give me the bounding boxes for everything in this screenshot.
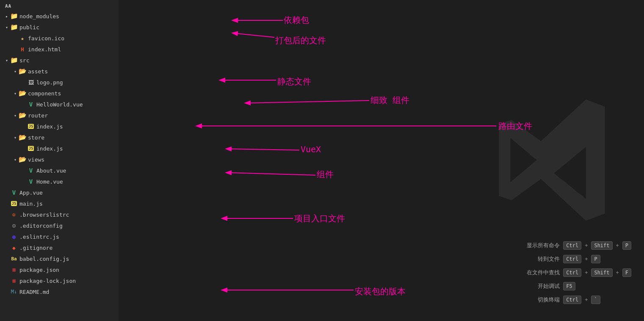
package-icon: ▦ (10, 266, 18, 274)
tree-item-index_html[interactable]: Hindex.html (0, 44, 119, 55)
shortcut-label-debug: 开始调试 (522, 282, 560, 290)
tree-item-store_index[interactable]: JSindex.js (0, 143, 119, 154)
file-name-label: HelloWorld.vue (36, 101, 83, 108)
file-name-label: .eslintrc.js (19, 234, 59, 240)
folder-icon: 📂 (19, 156, 26, 163)
shortcut-label-commands: 显示所有命令 (522, 242, 560, 249)
file-name-label: .editorconfig (19, 223, 63, 229)
tree-item-eslintrc[interactable]: ●.eslintrc.js (0, 231, 119, 242)
tree-item-helloworld[interactable]: VHelloWorld.vue (0, 99, 119, 110)
plus-5: + (616, 270, 619, 276)
folder-icon: 📁 (10, 23, 18, 31)
chevron-icon (3, 266, 10, 273)
tree-item-router[interactable]: ▾📂router (0, 110, 119, 121)
svg-line-4 (246, 100, 369, 103)
shortcut-goto-file: 转到文件 Ctrl + P (522, 255, 631, 263)
shortcut-find-in-files: 在文件中查找 Ctrl + Shift + F (522, 268, 631, 277)
file-name-label: src (19, 57, 29, 64)
tree-item-app_vue[interactable]: VApp.vue (0, 187, 119, 198)
plus-6: + (585, 297, 588, 303)
tree-item-gitignore[interactable]: ◆.gitignore (0, 242, 119, 253)
tree-item-home_vue[interactable]: VHome.vue (0, 176, 119, 187)
chevron-icon: ▾ (3, 57, 10, 64)
chevron-icon (20, 123, 27, 130)
eslint-icon: ● (10, 233, 18, 240)
ann-public: 打包后的文件 (275, 35, 326, 46)
tree-item-views[interactable]: ▾📂views (0, 154, 119, 165)
file-name-label: .gitignore (19, 245, 53, 251)
git-icon: ◆ (10, 244, 18, 251)
chevron-icon (3, 277, 10, 284)
file-name-label: public (19, 24, 39, 31)
ann-store: VueX (301, 144, 321, 154)
tree-item-assets[interactable]: ▾📂assets (0, 66, 119, 77)
tree-item-about_vue[interactable]: VAbout.vue (0, 165, 119, 176)
file-name-label: components (28, 90, 61, 97)
vue-icon: V (27, 178, 35, 185)
sidebar[interactable]: AA ▸📁node_modules▾📁public★favicon.icoHin… (0, 0, 119, 321)
file-name-label: README.md (19, 289, 49, 295)
tree-item-editorconfig[interactable]: ⚙.editorconfig (0, 220, 119, 231)
tree-item-babel_config[interactable]: Bababel.config.js (0, 253, 119, 264)
kbd-ctrl-3: Ctrl (563, 268, 581, 277)
tree-item-public[interactable]: ▾📁public (0, 22, 119, 33)
chevron-icon: ▾ (12, 68, 19, 75)
chevron-icon: ▸ (3, 13, 10, 20)
main-container: AA ▸📁node_modules▾📁public★favicon.icoHin… (0, 0, 644, 321)
plus-1: + (585, 243, 588, 248)
ann-package: 安装包的版本 (355, 286, 406, 297)
kbd-f: F (622, 268, 631, 277)
tree-item-node_modules[interactable]: ▸📁node_modules (0, 11, 119, 22)
shortcut-debug: 开始调试 F5 (522, 282, 631, 290)
svg-line-2 (233, 33, 274, 37)
shortcut-terminal: 切换终端 Ctrl + ` (522, 296, 631, 304)
tree-item-store[interactable]: ▾📂store (0, 132, 119, 143)
file-name-label: main.js (19, 201, 43, 207)
file-name-label: babel.config.js (19, 256, 69, 262)
file-name-label: logo.png (36, 79, 63, 86)
tree-item-router_index[interactable]: JSindex.js (0, 121, 119, 132)
plus-2: + (616, 243, 619, 248)
tree-item-readme[interactable]: M↓README.md (0, 286, 119, 297)
file-name-label: package-lock.json (19, 278, 76, 284)
chevron-icon (20, 178, 27, 185)
tree-item-favicon[interactable]: ★favicon.ico (0, 33, 119, 44)
main-content: 依赖包 打包后的文件 静态文件 细致 组件 路由文件 VueX 组件 项目入口文… (119, 0, 644, 321)
chevron-icon (3, 200, 10, 207)
chevron-icon (12, 46, 19, 53)
file-name-label: package.json (19, 267, 59, 273)
tree-item-package_lock[interactable]: ▦package-lock.json (0, 275, 119, 286)
chevron-icon: ▾ (12, 112, 19, 119)
chevron-icon: ▾ (3, 24, 10, 31)
chevron-icon (3, 222, 10, 229)
tree-item-main_js[interactable]: JSmain.js (0, 198, 119, 209)
shortcut-show-commands: 显示所有命令 Ctrl + Shift + P (522, 241, 631, 250)
file-name-label: favicon.ico (28, 35, 64, 42)
ann-node-modules: 依赖包 (284, 14, 309, 26)
file-name-label: node_modules (19, 13, 59, 20)
ann-components: 细致 组件 (370, 95, 409, 106)
chevron-icon (20, 167, 27, 174)
svg-line-7 (227, 173, 315, 175)
folder-icon: 📂 (19, 134, 26, 141)
tree-item-src[interactable]: ▾📁src (0, 55, 119, 66)
ann-assets: 静态文件 (277, 76, 311, 87)
kbd-backtick: ` (591, 296, 600, 304)
vue-icon: V (27, 167, 35, 174)
md-icon: M↓ (10, 288, 18, 296)
tree-item-logo_png[interactable]: 🖼logo.png (0, 77, 119, 88)
html-icon: H (19, 45, 26, 53)
kbd-ctrl-1: Ctrl (563, 241, 581, 250)
vscode-watermark (492, 96, 619, 225)
tree-item-browserslistrc[interactable]: ⊙.browserslistrc (0, 209, 119, 220)
chevron-icon (12, 35, 19, 42)
kbd-p-1: P (622, 241, 631, 250)
kbd-ctrl-4: Ctrl (563, 296, 581, 304)
tree-item-components[interactable]: ▾📂components (0, 88, 119, 99)
plus-3: + (585, 256, 588, 262)
file-name-label: index.html (28, 46, 61, 53)
file-name-label: views (28, 156, 44, 163)
file-name-label: store (28, 134, 44, 141)
chevron-icon (20, 101, 27, 108)
tree-item-package_json[interactable]: ▦package.json (0, 264, 119, 275)
